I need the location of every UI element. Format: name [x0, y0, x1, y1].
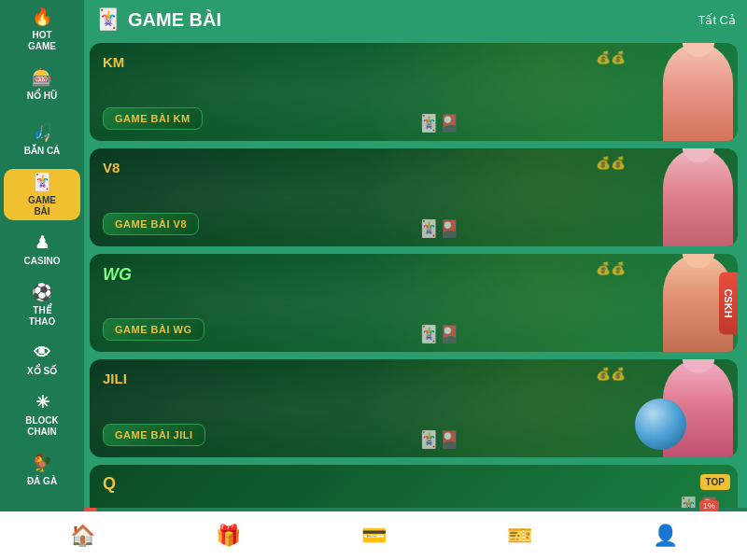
game-card-game-bai-q[interactable]: Q🃏🎴TOP [90, 465, 738, 508]
game-card-game-bai-wg[interactable]: WG💰💰GAME BÀI WG🃏🎴CSKH [90, 254, 738, 352]
game-list: KM💰💰GAME BÀI KM🃏🎴V8💰💰GAME BÀI V8🃏🎴WG💰💰GA… [84, 39, 747, 508]
nav-item-profile[interactable]: 👤 [592, 511, 738, 560]
header-all-link[interactable]: Tất Cả [698, 13, 736, 27]
xo-so-icon: 👁 [34, 343, 50, 363]
sidebar-item-no-hu[interactable]: 🎰NỔ HŨ [4, 59, 80, 110]
header-left: 🃏 GAME BÀI [95, 7, 221, 32]
game-bai-q-brand: Q [103, 474, 116, 494]
game-bai-km-person: 🃏🎴 [414, 43, 738, 141]
header-icon: 🃏 [95, 7, 120, 32]
header-title: GAME BÀI [128, 9, 221, 31]
sidebar-item-e-sports[interactable]: VSE-Sports [4, 499, 80, 511]
ban-ca-label: BẮN CÁ [24, 146, 61, 157]
block-chain-label: BLOCK CHAIN [25, 415, 59, 438]
game-bai-v8-label: GAME BÀI V8 [103, 213, 199, 235]
game-bai-km-label: GAME BÀI KM [103, 107, 203, 130]
game-bai-jili-person: 🃏🎴 [414, 359, 738, 457]
xo-so-label: XỔ SỐ [27, 366, 57, 377]
profile-nav-icon: 👤 [653, 524, 678, 548]
game-bai-v8-cards: 🃏🎴 [418, 218, 459, 239]
game-bai-wg-cards: 🃏🎴 [418, 324, 459, 344]
sidebar-item-casino[interactable]: ♟CASINO [4, 224, 80, 275]
hot-game-label: HOT GAME [28, 30, 56, 52]
game-bai-wg-person: 🃏🎴 [414, 254, 738, 352]
bottom-nav: 🏠🎁💳🎫👤 [0, 511, 747, 560]
sidebar-item-the-thao[interactable]: ⚽THỂ THAO [4, 279, 80, 330]
game-card-game-bai-jili[interactable]: JILI💰💰GAME BÀI JILI🃏🎴 [90, 359, 738, 457]
sidebar-item-block-chain[interactable]: ✳BLOCK CHAIN [4, 389, 80, 441]
game-card-game-bai-v8[interactable]: V8💰💰GAME BÀI V8🃏🎴 [90, 148, 738, 246]
game-bai-km-cards: 🃏🎴 [418, 113, 459, 133]
sidebar: 🔥HOT GAME🎰NỔ HŨ🎣BẮN CÁ🃏GAME BÀI♟CASINO⚽T… [0, 0, 84, 511]
no-hu-icon: 🎰 [32, 67, 52, 88]
progress-badge: 1% [699, 500, 719, 511]
block-chain-icon: ✳ [35, 392, 49, 413]
nav-item-gift[interactable]: 🎁 [155, 511, 301, 560]
game-bai-km-brand: KM [103, 54, 124, 70]
game-bai-icon: 🃏 [32, 172, 52, 192]
wallet-nav-icon: 💳 [361, 524, 387, 548]
blue-circle [635, 399, 686, 450]
game-bai-wg-brand: WG [103, 265, 132, 285]
the-thao-label: THỂ THAO [29, 305, 55, 328]
home-nav-icon: 🏠 [70, 524, 95, 548]
sidebar-item-ban-ca[interactable]: 🎣BẮN CÁ [4, 114, 80, 165]
da-ga-icon: 🐓 [32, 453, 52, 473]
game-card-game-bai-km[interactable]: KM💰💰GAME BÀI KM🃏🎴 [90, 43, 738, 141]
game-bai-wg-label: GAME BÀI WG [103, 318, 204, 341]
game-bai-jili-label: GAME BÀI JILI [103, 424, 205, 446]
sidebar-item-game-bai[interactable]: 🃏GAME BÀI [4, 169, 80, 220]
cskh-button[interactable]: CSKH [719, 272, 738, 334]
progress-bar [84, 508, 97, 511]
top-button[interactable]: TOP [700, 474, 730, 490]
transfer-nav-icon: 🎫 [507, 524, 532, 548]
no-hu-label: NỔ HŨ [27, 91, 57, 102]
game-bai-jili-brand: JILI [103, 371, 127, 386]
main-container: 🔥HOT GAME🎰NỔ HŨ🎣BẮN CÁ🃏GAME BÀI♟CASINO⚽T… [0, 0, 747, 511]
game-bai-v8-brand: V8 [103, 160, 120, 175]
content-header: 🃏 GAME BÀI Tất Cả [84, 0, 747, 39]
nav-item-home[interactable]: 🏠 [9, 511, 155, 560]
content-area: 🃏 GAME BÀI Tất Cả KM💰💰GAME BÀI KM🃏🎴V8💰💰G… [84, 0, 747, 511]
game-bai-v8-person: 🃏🎴 [414, 148, 738, 246]
game-bai-jili-cards: 🃏🎴 [418, 429, 459, 450]
gift-nav-icon: 🎁 [216, 524, 241, 548]
game-bai-label: GAME BÀI [28, 195, 56, 217]
da-ga-label: ĐÁ GÀ [27, 476, 57, 487]
sidebar-item-da-ga[interactable]: 🐓ĐÁ GÀ [4, 444, 80, 496]
ban-ca-icon: 🎣 [32, 122, 52, 143]
nav-item-transfer[interactable]: 🎫 [446, 511, 592, 560]
sidebar-item-hot-game[interactable]: 🔥HOT GAME [4, 4, 80, 55]
the-thao-icon: ⚽ [32, 282, 52, 302]
hot-game-icon: 🔥 [32, 7, 52, 27]
progress-bar-container: 1% [84, 508, 747, 511]
casino-icon: ♟ [35, 232, 49, 253]
nav-item-wallet[interactable]: 💳 [301, 511, 446, 560]
sidebar-item-xo-so[interactable]: 👁XỔ SỐ [4, 334, 80, 385]
casino-label: CASINO [24, 256, 61, 267]
